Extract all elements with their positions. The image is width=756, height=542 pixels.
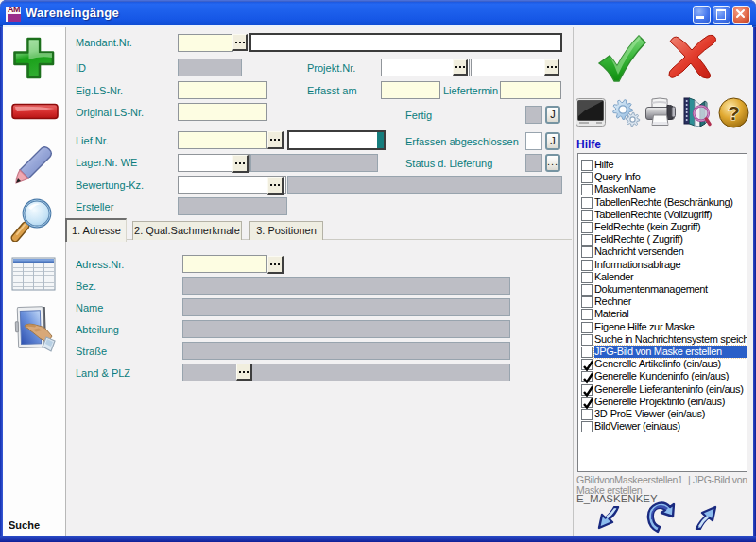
svg-text:?: ? — [728, 102, 740, 124]
